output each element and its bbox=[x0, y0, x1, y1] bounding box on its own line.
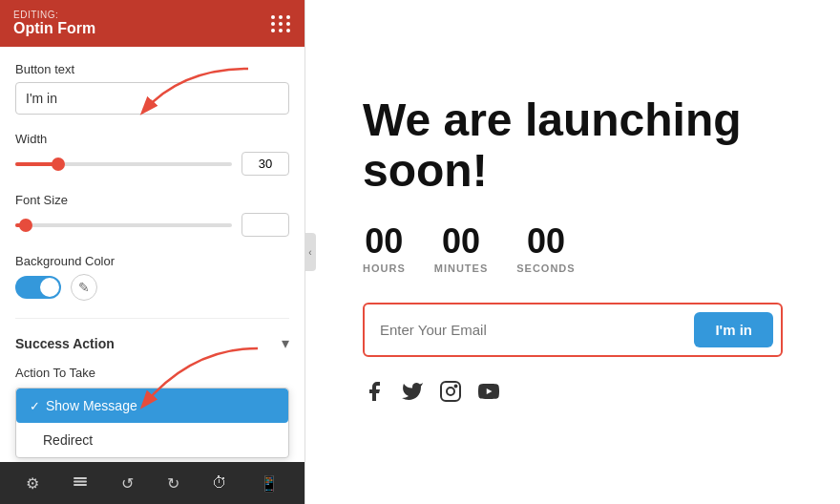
minutes-label: MINUTES bbox=[434, 262, 489, 274]
color-row: ✎ bbox=[15, 274, 289, 301]
panel-content: Button text Width Font Size bbox=[0, 47, 304, 504]
email-form: I'm in bbox=[363, 303, 783, 357]
bg-color-group: Background Color ✎ bbox=[15, 254, 289, 301]
twitter-icon[interactable] bbox=[401, 380, 424, 409]
countdown-row: 00 HOURS 00 MINUTES 00 SECONDS bbox=[363, 224, 783, 274]
button-text-group: Button text bbox=[15, 62, 289, 115]
minutes-number: 00 bbox=[434, 224, 489, 259]
seconds-number: 00 bbox=[516, 224, 575, 259]
undo-icon[interactable]: ↺ bbox=[116, 469, 139, 498]
divider bbox=[15, 318, 289, 319]
font-size-label: Font Size bbox=[15, 193, 289, 207]
youtube-icon[interactable] bbox=[477, 380, 500, 409]
font-size-slider-thumb[interactable] bbox=[19, 219, 32, 232]
svg-point-5 bbox=[455, 386, 457, 388]
font-size-slider-track[interactable] bbox=[15, 223, 232, 227]
instagram-icon[interactable] bbox=[439, 380, 462, 409]
success-action-title: Success Action bbox=[15, 336, 115, 351]
chevron-down-icon: ▾ bbox=[282, 334, 289, 352]
font-size-slider-row bbox=[15, 213, 289, 237]
panel-header: EDITING: Optin Form bbox=[0, 0, 304, 47]
seconds-label: SECONDS bbox=[516, 262, 575, 274]
option-show-message[interactable]: Show Message bbox=[16, 388, 288, 423]
dropdown-list: Show Message Redirect bbox=[15, 388, 289, 458]
right-panel: We are launching soon! 00 HOURS 00 MINUT… bbox=[305, 0, 840, 504]
svg-rect-1 bbox=[74, 481, 87, 483]
font-size-group: Font Size bbox=[15, 193, 289, 237]
history-icon[interactable]: ⏱ bbox=[206, 469, 233, 497]
width-group: Width bbox=[15, 132, 289, 176]
hours-number: 00 bbox=[363, 224, 406, 259]
svg-rect-2 bbox=[74, 484, 87, 486]
social-row bbox=[363, 380, 783, 409]
launch-title: We are launching soon! bbox=[363, 95, 783, 197]
width-slider-row bbox=[15, 152, 289, 176]
action-dropdown[interactable]: Show Message Redirect bbox=[15, 388, 289, 458]
font-size-value-input[interactable] bbox=[242, 213, 289, 237]
color-picker-icon[interactable]: ✎ bbox=[71, 274, 97, 301]
width-label: Width bbox=[15, 132, 289, 146]
svg-rect-0 bbox=[74, 477, 87, 479]
hours-label: HOURS bbox=[363, 262, 406, 274]
success-action-header[interactable]: Success Action ▾ bbox=[15, 334, 289, 352]
collapse-handle[interactable]: ‹ bbox=[304, 233, 316, 271]
redo-icon[interactable]: ↻ bbox=[161, 469, 185, 498]
layers-icon[interactable] bbox=[66, 467, 94, 499]
button-text-label: Button text bbox=[15, 62, 289, 76]
bg-color-label: Background Color bbox=[15, 254, 289, 268]
submit-button[interactable]: I'm in bbox=[694, 312, 773, 347]
svg-rect-3 bbox=[441, 382, 460, 401]
countdown-seconds: 00 SECONDS bbox=[516, 224, 575, 274]
width-slider-thumb[interactable] bbox=[52, 158, 65, 171]
svg-point-4 bbox=[447, 388, 454, 395]
action-group: Action To Take Show Message Redirect bbox=[15, 366, 289, 458]
options-icon[interactable] bbox=[271, 15, 291, 32]
color-toggle[interactable] bbox=[15, 276, 61, 299]
left-panel: EDITING: Optin Form Button text Width bbox=[0, 0, 305, 504]
width-slider-track[interactable] bbox=[15, 162, 232, 166]
editing-label: EDITING: bbox=[13, 10, 95, 20]
bottom-toolbar: ⚙ ↺ ↻ ⏱ 📱 bbox=[0, 462, 304, 504]
settings-icon[interactable]: ⚙ bbox=[20, 469, 45, 498]
option-redirect[interactable]: Redirect bbox=[16, 423, 288, 457]
countdown-hours: 00 HOURS bbox=[363, 224, 406, 274]
countdown-minutes: 00 MINUTES bbox=[434, 224, 489, 274]
width-value-input[interactable] bbox=[242, 152, 289, 176]
facebook-icon[interactable] bbox=[363, 380, 386, 409]
email-input[interactable] bbox=[372, 316, 686, 344]
button-text-input[interactable] bbox=[15, 82, 289, 115]
panel-title: Optin Form bbox=[13, 20, 95, 37]
action-label: Action To Take bbox=[15, 366, 289, 380]
mobile-icon[interactable]: 📱 bbox=[254, 469, 284, 498]
